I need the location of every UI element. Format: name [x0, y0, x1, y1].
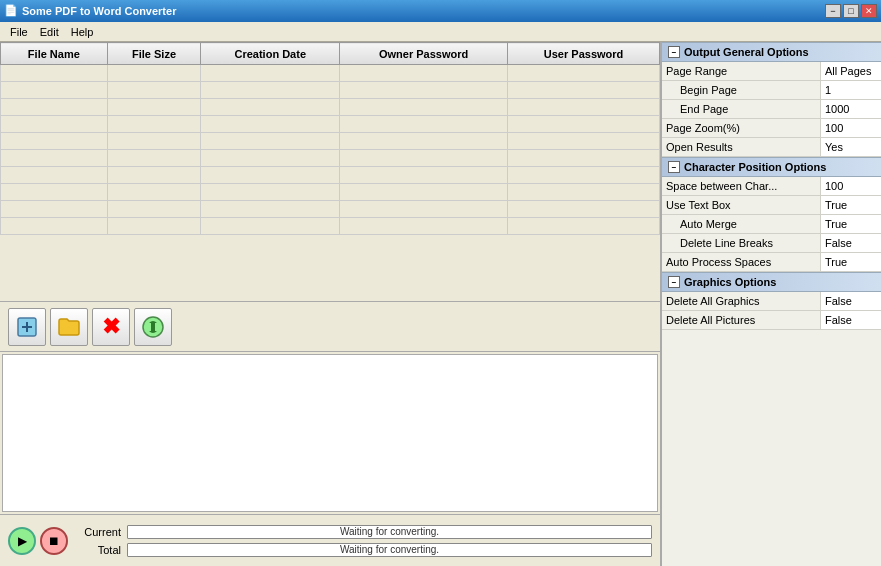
table-row — [1, 184, 660, 201]
collapse-btn-char-position[interactable]: − — [668, 161, 680, 173]
minimize-button[interactable]: − — [825, 4, 841, 18]
options-val-char-position-4[interactable]: True — [821, 253, 881, 271]
current-label: Current — [76, 526, 121, 538]
options-row-char-position-0: Space between Char...100 — [662, 177, 881, 196]
title-bar-buttons: − □ ✕ — [825, 4, 877, 18]
section-header-char-position: −Character Position Options — [662, 157, 881, 177]
log-area — [2, 354, 658, 512]
options-row-char-position-2: Auto MergeTrue — [662, 215, 881, 234]
file-table-container: File Name File Size Creation Date Owner … — [0, 42, 660, 302]
status-controls: ▶ ⏹ — [8, 527, 68, 555]
options-val-graphics-0[interactable]: False — [821, 292, 881, 310]
options-row-output-general-1: Begin Page1 — [662, 81, 881, 100]
options-key-char-position-0: Space between Char... — [662, 177, 821, 195]
total-label: Total — [76, 544, 121, 556]
options-val-char-position-0[interactable]: 100 — [821, 177, 881, 195]
col-creationdate: Creation Date — [201, 43, 340, 65]
table-row — [1, 150, 660, 167]
menu-file[interactable]: File — [4, 24, 34, 40]
title-bar: 📄 Some PDF to Word Converter − □ ✕ — [0, 0, 881, 22]
close-button[interactable]: ✕ — [861, 4, 877, 18]
section-header-output-general: −Output General Options — [662, 42, 881, 62]
col-ownerpassword: Owner Password — [340, 43, 508, 65]
options-val-char-position-1[interactable]: True — [821, 196, 881, 214]
col-filename: File Name — [1, 43, 108, 65]
current-progress-row: Current Waiting for converting. — [76, 525, 652, 539]
table-row — [1, 65, 660, 82]
collapse-btn-output-general[interactable]: − — [668, 46, 680, 58]
table-row — [1, 167, 660, 184]
options-val-output-general-1[interactable]: 1 — [821, 81, 881, 99]
options-val-output-general-3[interactable]: 100 — [821, 119, 881, 137]
menu-edit[interactable]: Edit — [34, 24, 65, 40]
table-row — [1, 116, 660, 133]
section-label-graphics: Graphics Options — [684, 276, 776, 288]
remove-button[interactable]: ✖ — [92, 308, 130, 346]
current-progress-bar: Waiting for converting. — [127, 525, 652, 539]
play-button[interactable]: ▶ — [8, 527, 36, 555]
right-panel: −Output General OptionsPage RangeAll Pag… — [661, 42, 881, 566]
add-file-button[interactable] — [8, 308, 46, 346]
total-progress-bar: Waiting for converting. — [127, 543, 652, 557]
options-key-char-position-4: Auto Process Spaces — [662, 253, 821, 271]
table-row — [1, 218, 660, 235]
status-rows: Current Waiting for converting. Total Wa… — [76, 525, 652, 557]
table-row — [1, 99, 660, 116]
col-userpassword: User Password — [508, 43, 660, 65]
main-container: File Name File Size Creation Date Owner … — [0, 42, 881, 566]
section-header-graphics: −Graphics Options — [662, 272, 881, 292]
options-key-char-position-2: Auto Merge — [676, 215, 821, 233]
convert-button[interactable] — [134, 308, 172, 346]
app-icon: 📄 — [4, 4, 18, 18]
options-row-graphics-0: Delete All GraphicsFalse — [662, 292, 881, 311]
section-label-char-position: Character Position Options — [684, 161, 826, 173]
options-row-graphics-1: Delete All PicturesFalse — [662, 311, 881, 330]
options-row-output-general-4: Open ResultsYes — [662, 138, 881, 157]
options-key-graphics-0: Delete All Graphics — [662, 292, 821, 310]
menu-help[interactable]: Help — [65, 24, 100, 40]
options-key-output-general-3: Page Zoom(%) — [662, 119, 821, 137]
options-row-char-position-1: Use Text BoxTrue — [662, 196, 881, 215]
options-key-char-position-3: Delete Line Breaks — [676, 234, 821, 252]
options-val-output-general-4[interactable]: Yes — [821, 138, 881, 156]
options-val-char-position-2[interactable]: True — [821, 215, 881, 233]
file-table: File Name File Size Creation Date Owner … — [0, 42, 660, 235]
options-key-output-general-0: Page Range — [662, 62, 821, 80]
toolbar: ✖ — [0, 302, 660, 352]
total-progress-row: Total Waiting for converting. — [76, 543, 652, 557]
table-row — [1, 201, 660, 218]
options-key-char-position-1: Use Text Box — [662, 196, 821, 214]
options-key-graphics-1: Delete All Pictures — [662, 311, 821, 329]
left-panel: File Name File Size Creation Date Owner … — [0, 42, 661, 566]
options-key-output-general-4: Open Results — [662, 138, 821, 156]
app-title: Some PDF to Word Converter — [22, 5, 176, 17]
options-row-char-position-4: Auto Process SpacesTrue — [662, 253, 881, 272]
add-folder-button[interactable] — [50, 308, 88, 346]
current-progress-text: Waiting for converting. — [128, 526, 651, 538]
section-label-output-general: Output General Options — [684, 46, 809, 58]
menu-bar: File Edit Help — [0, 22, 881, 42]
options-row-output-general-0: Page RangeAll Pages — [662, 62, 881, 81]
options-row-output-general-2: End Page1000 — [662, 100, 881, 119]
options-val-output-general-0[interactable]: All Pages — [821, 62, 881, 80]
options-val-output-general-2[interactable]: 1000 — [821, 100, 881, 118]
maximize-button[interactable]: □ — [843, 4, 859, 18]
options-val-char-position-3[interactable]: False — [821, 234, 881, 252]
options-row-char-position-3: Delete Line BreaksFalse — [662, 234, 881, 253]
options-row-output-general-3: Page Zoom(%)100 — [662, 119, 881, 138]
col-filesize: File Size — [107, 43, 201, 65]
total-progress-text: Waiting for converting. — [128, 544, 651, 556]
status-bar: ▶ ⏹ Current Waiting for converting. Tota… — [0, 514, 660, 566]
table-row — [1, 82, 660, 99]
options-key-output-general-1: Begin Page — [676, 81, 821, 99]
options-key-output-general-2: End Page — [676, 100, 821, 118]
table-row — [1, 133, 660, 150]
options-val-graphics-1[interactable]: False — [821, 311, 881, 329]
stop-button[interactable]: ⏹ — [40, 527, 68, 555]
collapse-btn-graphics[interactable]: − — [668, 276, 680, 288]
